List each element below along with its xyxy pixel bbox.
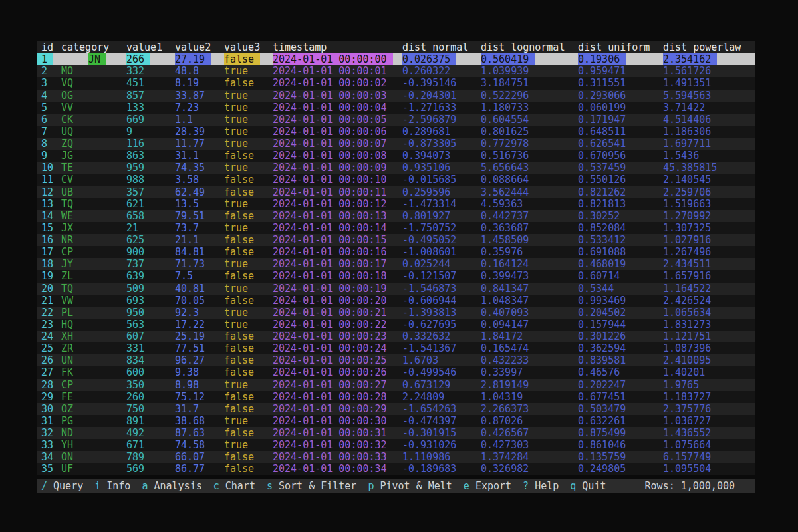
- cell-timestamp: 2024-01-01 00:00:15: [273, 234, 402, 246]
- cell-value: 331: [126, 342, 144, 354]
- cell-value: -0.395146: [402, 77, 456, 89]
- table-row[interactable]: 17CP90084.81false2024-01-01 00:00:16-1.0…: [37, 246, 755, 258]
- cell-value: 332: [126, 65, 144, 77]
- menu-label: Quit: [582, 480, 606, 492]
- cell-dist_uniform: 0.60714: [578, 270, 663, 282]
- header-cell-timestamp: timestamp: [273, 41, 402, 53]
- table-row[interactable]: 27FK6009.38false2024-01-01 00:00:26-0.49…: [37, 366, 755, 378]
- menu-item-export[interactable]: e Export: [464, 479, 511, 493]
- cell-value: -1.546873: [402, 283, 456, 295]
- table-row[interactable]: 28CP3508.98true2024-01-01 00:00:270.6731…: [37, 379, 755, 391]
- cell-value: 950: [126, 307, 144, 319]
- menu-item-query[interactable]: / Query: [41, 479, 83, 493]
- cell-dist_powerlaw: 1.657916: [663, 270, 755, 282]
- table-row[interactable]: 21VW69370.05false2024-01-01 00:00:20-0.6…: [37, 295, 755, 307]
- cell-dist_powerlaw: 1.5436: [663, 150, 755, 162]
- table-row[interactable]: 25ZR33177.51false2024-01-01 00:00:24-1.5…: [37, 342, 755, 354]
- cell-value: 0.839581: [578, 354, 626, 366]
- cell-dist_lognormal: 0.560419: [481, 53, 578, 65]
- menu-key: p: [368, 480, 374, 492]
- cell-value1: 563: [126, 319, 175, 331]
- table-row[interactable]: 29FE26075.12false2024-01-01 00:00:282.24…: [37, 391, 755, 403]
- cell-value: UF: [61, 463, 73, 475]
- cell-value2: 71.73: [175, 258, 224, 270]
- cell-value3: true: [224, 307, 273, 319]
- table-row[interactable]: 10TE95974.35true2024-01-01 00:00:090.935…: [37, 162, 755, 174]
- table-row[interactable]: 9JG86331.1false2024-01-01 00:00:080.3940…: [37, 150, 755, 162]
- table-row[interactable]: 13TQ62113.5true2024-01-01 00:00:12-1.473…: [37, 198, 755, 210]
- table-row[interactable]: 6CK6691.1true2024-01-01 00:00:05-2.59687…: [37, 114, 755, 126]
- cell-timestamp: 2024-01-01 00:00:20: [273, 295, 402, 307]
- table-row-selected[interactable]: 1JN26627.19false2024-01-01 00:00:000.026…: [37, 53, 755, 65]
- cell-value3: false: [224, 354, 273, 366]
- table-row[interactable]: 26UN83496.27false2024-01-01 00:00:251.67…: [37, 354, 755, 366]
- cell-value: CK: [61, 114, 73, 126]
- menu-item-sort-filter[interactable]: s Sort & Filter: [267, 479, 356, 493]
- cell-value: TE: [61, 162, 73, 174]
- menu-item-quit[interactable]: q Quit: [570, 479, 606, 493]
- table-row[interactable]: 4OG85733.87true2024-01-01 00:00:03-0.204…: [37, 90, 755, 102]
- table-row[interactable]: 33YH67174.58true2024-01-01 00:00:32-0.93…: [37, 439, 755, 451]
- cell-value: 0.691088: [578, 246, 626, 258]
- menu-key: i: [94, 480, 100, 492]
- table-row[interactable]: 8ZQ11611.77true2024-01-01 00:00:07-0.873…: [37, 138, 755, 150]
- cell-value: 2024-01-01 00:00:16: [273, 246, 387, 258]
- cell-value: 4: [37, 90, 47, 102]
- menu-item-analysis[interactable]: a Analysis: [142, 479, 201, 493]
- table-row[interactable]: 14WE65879.51false2024-01-01 00:00:130.80…: [37, 210, 755, 222]
- cell-value: 5.656643: [481, 162, 529, 174]
- cell-dist_uniform: 0.626541: [578, 138, 663, 150]
- table-row[interactable]: 34ON78966.07false2024-01-01 00:00:331.11…: [37, 451, 755, 463]
- cell-value1: 625: [126, 234, 175, 246]
- header-cell-id: id: [37, 41, 61, 53]
- table-row[interactable]: 3VQ4518.19false2024-01-01 00:00:02-0.395…: [37, 77, 755, 89]
- table-row[interactable]: 31PG89138.68true2024-01-01 00:00:30-0.47…: [37, 415, 755, 427]
- cell-dist_powerlaw: 2.354162: [663, 53, 755, 65]
- cell-value: -0.606944: [402, 295, 456, 307]
- cell-value: 1.374284: [481, 451, 529, 463]
- cell-value2: 28.39: [175, 126, 224, 138]
- table-row[interactable]: 16NR62521.1false2024-01-01 00:00:15-0.49…: [37, 234, 755, 246]
- cell-value: 1.039939: [481, 65, 529, 77]
- cell-value: 451: [126, 77, 144, 89]
- cell-value: CV: [61, 174, 73, 186]
- table-row[interactable]: 11CV9883.58false2024-01-01 00:00:10-0.01…: [37, 174, 755, 186]
- menu-item-pivot-melt[interactable]: p Pivot & Melt: [368, 479, 452, 493]
- menu-item-chart[interactable]: c Chart: [213, 479, 255, 493]
- table-row[interactable]: 19ZL6397.5false2024-01-01 00:00:18-0.121…: [37, 270, 755, 282]
- table-row[interactable]: 20TQ50940.81true2024-01-01 00:00:19-1.54…: [37, 283, 755, 295]
- table-row[interactable]: 24XH60725.19false2024-01-01 00:00:230.33…: [37, 331, 755, 342]
- table-row[interactable]: 30OZ75031.7false2024-01-01 00:00:29-1.65…: [37, 403, 755, 415]
- cell-id: 3: [37, 77, 61, 89]
- cell-value: true: [224, 198, 248, 210]
- table-row[interactable]: 2MO33248.8true2024-01-01 00:00:010.26032…: [37, 65, 755, 77]
- cell-dist_normal: 1.6703: [402, 354, 481, 366]
- cell-category: ND: [61, 427, 126, 439]
- cell-value: false: [224, 427, 254, 439]
- table-row[interactable]: 18JY73771.73true2024-01-01 00:00:170.025…: [37, 258, 755, 270]
- menu-item-help[interactable]: ? Help: [523, 479, 559, 493]
- table-row[interactable]: 15JX2173.7true2024-01-01 00:00:14-1.7507…: [37, 222, 755, 234]
- table-row[interactable]: 23HQ56317.22true2024-01-01 00:00:22-0.62…: [37, 319, 755, 331]
- cell-value2: 84.81: [175, 246, 224, 258]
- menu-item-info[interactable]: i Info: [94, 479, 130, 493]
- cell-value1: 857: [126, 90, 175, 102]
- cell-value: 21: [126, 222, 138, 234]
- cell-dist_powerlaw: 1.831273: [663, 319, 755, 331]
- table-row[interactable]: 22PL95092.3true2024-01-01 00:00:21-1.393…: [37, 307, 755, 319]
- cell-value: 350: [126, 379, 144, 391]
- table-row[interactable]: 35UF56986.77false2024-01-01 00:00:34-0.1…: [37, 463, 755, 475]
- cell-value: 1.84172: [481, 331, 523, 342]
- cell-value: true: [224, 222, 248, 234]
- cell-value: 10: [37, 162, 53, 174]
- cell-id: 27: [37, 366, 61, 378]
- table-row[interactable]: 12UB35762.49false2024-01-01 00:00:110.25…: [37, 186, 755, 198]
- table-row[interactable]: 5VV1337.23true2024-01-01 00:00:04-1.2716…: [37, 102, 755, 114]
- cell-value: 73.7: [175, 222, 199, 234]
- table-row[interactable]: 7UQ928.39true2024-01-01 00:00:060.289681…: [37, 126, 755, 138]
- cell-value: 3.184751: [481, 77, 529, 89]
- cell-timestamp: 2024-01-01 00:00:00: [273, 53, 402, 65]
- cell-value: 2024-01-01 00:00:02: [273, 77, 387, 89]
- cell-value: 1.1: [175, 114, 193, 126]
- table-row[interactable]: 32ND49287.63false2024-01-01 00:00:31-0.3…: [37, 427, 755, 439]
